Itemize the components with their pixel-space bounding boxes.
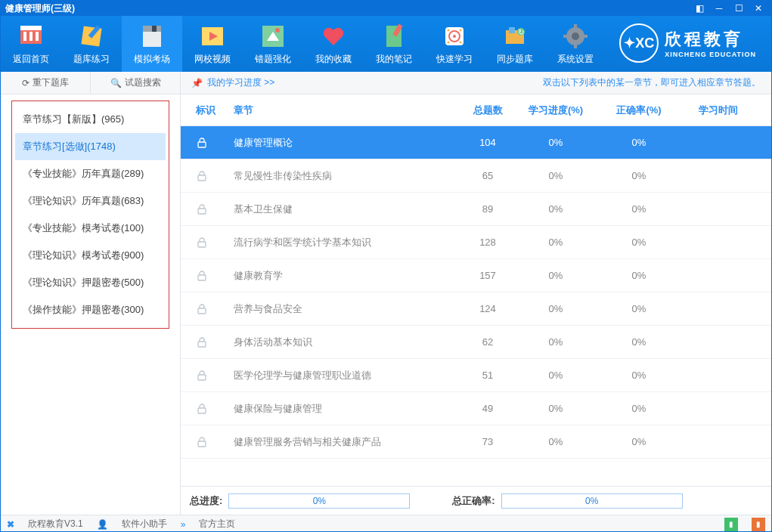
pin-icon[interactable]: ◧ [691, 2, 708, 14]
search-questions-button[interactable]: 🔍 试题搜索 [91, 72, 180, 94]
summary-bar: 总进度: 0% 总正确率: 0% [181, 486, 771, 515]
table-row[interactable]: 健康管理服务营销与相关健康产品730%0% [181, 425, 771, 459]
minimize-icon[interactable]: ─ [711, 2, 727, 14]
nav-icon-9 [562, 23, 589, 50]
cell-total: 62 [461, 336, 514, 348]
header-time: 学习时间 [681, 104, 756, 117]
lock-icon [196, 270, 234, 282]
maximize-icon[interactable]: ☐ [730, 2, 747, 14]
header-accuracy: 正确率(%) [597, 104, 681, 117]
close-app-icon[interactable]: ✖ [7, 519, 14, 530]
sidebar-item-7[interactable]: 《操作技能》押题密卷(300) [15, 296, 166, 323]
nav-icon-0 [17, 23, 45, 50]
header-progress: 学习进度(%) [514, 104, 597, 117]
svg-point-29 [572, 32, 579, 40]
nav-item-5[interactable]: 我的收藏 [303, 16, 364, 72]
svg-rect-4 [36, 32, 39, 41]
statusbar: ✖ 欣程教育V3.1 👤 软件小助手 » 官方主页 ▮ ▮ [1, 515, 771, 532]
nav-item-2[interactable]: 模拟考场 [122, 16, 182, 72]
sidebar-item-6[interactable]: 《理论知识》押题密卷(500) [15, 269, 166, 296]
svg-rect-1 [20, 26, 42, 30]
svg-text:↻: ↻ [518, 28, 524, 36]
sidebar-item-3[interactable]: 《理论知识》历年真题(683) [15, 187, 166, 215]
cell-chapter: 健康管理概论 [234, 136, 461, 150]
table-row[interactable]: 健康保险与健康管理490%0% [181, 392, 771, 425]
nav-item-0[interactable]: 返回首页 [1, 16, 61, 72]
svg-rect-43 [198, 441, 206, 447]
lock-icon [196, 370, 234, 382]
nav-item-6[interactable]: 我的笔记 [364, 16, 424, 72]
official-home-link[interactable]: 官方主页 [199, 518, 235, 530]
nav-item-1[interactable]: 题库练习 [61, 16, 122, 72]
svg-point-19 [453, 35, 456, 38]
cell-progress: 0% [514, 203, 597, 215]
table-row[interactable]: 营养与食品安全1240%0% [181, 292, 771, 326]
nav-icon-2 [138, 23, 166, 50]
stats-icon[interactable]: ▮ [724, 518, 738, 531]
table-row[interactable]: 健康管理概论1040%0% [181, 126, 771, 159]
app-version: 欣程教育V3.1 [28, 518, 83, 530]
table-row[interactable]: 流行病学和医学统计学基本知识1280%0% [181, 226, 771, 259]
svg-point-20 [448, 29, 450, 31]
main-area: 章节练习【新版】(965)章节练习[选做](1748)《专业技能》历年真题(28… [1, 94, 771, 515]
nav-icon-1 [78, 23, 105, 50]
sidebar-item-4[interactable]: 《专业技能》模考试卷(100) [15, 215, 166, 242]
svg-rect-38 [198, 275, 206, 280]
svg-rect-41 [198, 375, 206, 380]
nav-item-8[interactable]: ↻同步题库 [485, 16, 545, 72]
svg-rect-33 [583, 35, 588, 38]
header-chapter: 章节 [234, 104, 461, 117]
cell-total: 124 [461, 303, 514, 314]
lock-icon [196, 303, 234, 315]
nav-icon-7 [441, 23, 468, 50]
table-body: 健康管理概论1040%0%常见慢性非传染性疾病650%0%基本卫生保健890%0… [181, 126, 771, 486]
reload-database-button[interactable]: ⟳ 重下题库 [1, 72, 91, 94]
table-row[interactable]: 基本卫生保健890%0% [181, 193, 771, 226]
nav-item-3[interactable]: 网校视频 [182, 16, 243, 72]
cell-progress: 0% [514, 436, 597, 447]
cell-accuracy: 0% [597, 170, 681, 181]
cell-total: 128 [461, 237, 514, 248]
sidebar-item-2[interactable]: 《专业技能》历年真题(289) [15, 160, 166, 187]
svg-rect-42 [198, 408, 206, 413]
lock-icon [196, 436, 234, 448]
total-accuracy-bar: 0% [501, 493, 683, 509]
chart-icon[interactable]: ▮ [752, 518, 765, 531]
lock-icon [196, 237, 234, 249]
sidebar-list: 章节练习【新版】(965)章节练习[选做](1748)《专业技能》历年真题(28… [11, 101, 169, 329]
sidebar: 章节练习【新版】(965)章节练习[选做](1748)《专业技能》历年真题(28… [1, 94, 181, 515]
cell-progress: 0% [514, 303, 597, 314]
cell-accuracy: 0% [597, 303, 681, 314]
total-progress-label: 总进度: [190, 494, 222, 508]
table-row[interactable]: 身体活动基本知识620%0% [181, 326, 771, 359]
cell-total: 73 [461, 436, 514, 447]
sidebar-item-5[interactable]: 《理论知识》模考试卷(900) [15, 242, 166, 269]
pin-icon: 📌 [191, 78, 203, 88]
lock-icon [196, 203, 234, 215]
cell-progress: 0% [514, 137, 597, 148]
cell-total: 157 [461, 270, 514, 281]
helper-link[interactable]: 软件小助手 [122, 518, 167, 530]
my-progress-link[interactable]: 📌 我的学习进度 >> [191, 76, 274, 89]
table-row[interactable]: 医学伦理学与健康管理职业道德510%0% [181, 359, 771, 392]
nav-item-9[interactable]: 系统设置 [545, 16, 606, 72]
svg-point-22 [448, 41, 450, 43]
window-title: 健康管理师(三级) [5, 2, 75, 15]
cell-accuracy: 0% [597, 403, 681, 414]
nav-item-7[interactable]: 快速学习 [424, 16, 485, 72]
nav-icon-3 [199, 23, 226, 50]
sidebar-item-0[interactable]: 章节练习【新版】(965) [15, 106, 166, 133]
table-row[interactable]: 常见慢性非传染性疾病650%0% [181, 159, 771, 193]
brand-sub: XINCHENG EDUCATION [665, 51, 756, 58]
svg-point-21 [460, 29, 462, 31]
table-row[interactable]: 健康教育学1570%0% [181, 259, 771, 292]
svg-rect-40 [198, 342, 206, 347]
close-icon[interactable]: ✕ [750, 2, 767, 14]
cell-chapter: 身体活动基本知识 [234, 336, 461, 349]
nav-icon-5 [320, 23, 347, 50]
header-flag: 标识 [196, 104, 234, 117]
sidebar-item-1[interactable]: 章节练习[选做](1748) [15, 133, 166, 160]
cell-accuracy: 0% [597, 203, 681, 215]
cell-accuracy: 0% [597, 436, 681, 447]
nav-item-4[interactable]: 错题强化 [243, 16, 303, 72]
